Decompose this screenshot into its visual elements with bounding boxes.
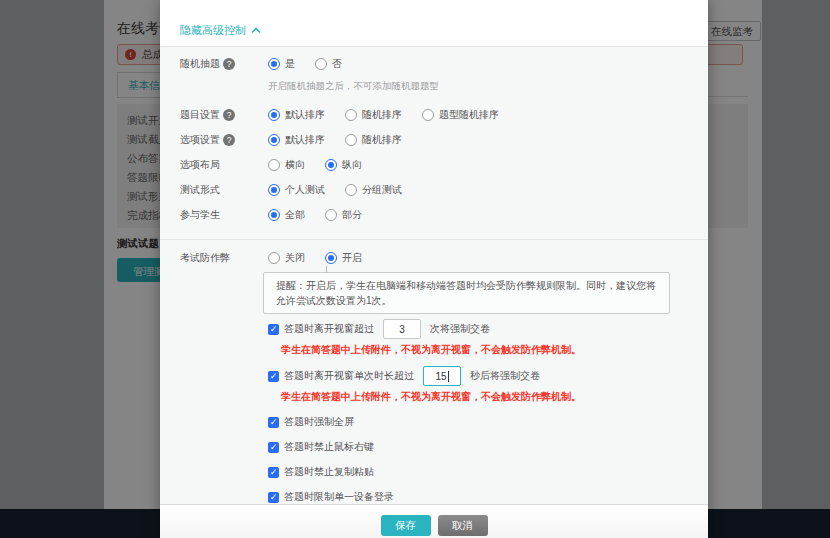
setting-label: 考试防作弊 [180,251,230,265]
setting-row-option-order: 选项设置 默认排序 随机排序 [180,127,688,152]
setting-row-participants: 参与学生 全部 部分 [180,202,688,227]
setting-label: 选项布局 [180,158,220,172]
general-settings-section: 随机抽题 是 否 开启随机抽题之后，不可添加随机题题型 题目设置 默认排序 随机… [160,47,708,240]
help-icon[interactable] [223,134,235,146]
checkbox-icon[interactable] [268,467,279,478]
text-caret [448,371,449,382]
setting-label: 题目设置 [180,108,220,122]
help-icon[interactable] [223,58,235,70]
modal-footer: 保存 取消 [160,504,708,538]
setting-row-option-layout: 选项布局 横向 纵向 [180,152,688,177]
radio-icon [325,159,337,171]
radio-option[interactable]: 随机排序 [345,108,402,122]
radio-icon [268,109,280,121]
radio-icon [345,184,357,196]
chevron-up-icon [251,27,261,34]
radio-option[interactable]: 默认排序 [268,108,325,122]
radio-icon [345,109,357,121]
page: 在线考试 在线监考 ! 总成 基本信息 测试开放 测试截止 公布答案 答题限时 … [0,0,830,538]
leave-count-note: 学生在简答题中上传附件，不视为离开视窗，不会触发防作弊机制。 [281,342,688,358]
radio-option[interactable]: 开启 [325,251,362,265]
checkbox-icon[interactable] [268,417,279,428]
setting-label: 选项设置 [180,133,220,147]
radio-icon [268,134,280,146]
radio-option[interactable]: 个人测试 [268,183,325,197]
radio-icon [315,58,327,70]
leave-count-input[interactable]: 3 [383,319,421,339]
check-leave-count: 答题时离开视窗超过 3 次将强制交卷 [268,319,688,339]
random-draw-hint: 开启随机抽题之后，不可添加随机题题型 [180,76,688,96]
radio-option[interactable]: 分组测试 [345,183,402,197]
radio-option[interactable]: 横向 [268,158,305,172]
radio-option[interactable]: 纵向 [325,158,362,172]
save-button[interactable]: 保存 [381,515,431,536]
radio-icon [325,252,337,264]
checkbox-icon[interactable] [268,442,279,453]
setting-row-test-mode: 测试形式 个人测试 分组测试 [180,177,688,202]
setting-row-question-order: 题目设置 默认排序 随机排序 题型随机排序 [180,102,688,127]
check-disable-right-click: 答题时禁止鼠标右键 [268,440,688,454]
radio-option[interactable]: 否 [315,57,342,71]
leave-duration-input[interactable]: 15 [423,366,461,386]
help-icon[interactable] [223,109,235,121]
radio-option[interactable]: 是 [268,57,295,71]
radio-icon [325,209,337,221]
setting-label: 随机抽题 [180,57,220,71]
check-single-device-login: 答题时限制单一设备登录 [268,490,688,504]
setting-row-random-draw: 随机抽题 是 否 [180,51,688,76]
radio-icon [268,209,280,221]
radio-option[interactable]: 默认排序 [268,133,325,147]
radio-icon [268,252,280,264]
modal-header: 隐藏高级控制 [160,0,708,47]
leave-duration-note: 学生在简答题中上传附件，不视为离开视窗，不会触发防作弊机制。 [281,389,688,405]
setting-label: 参与学生 [180,208,220,222]
radio-icon [345,134,357,146]
check-leave-duration: 答题时离开视窗单次时长超过 15 秒后将强制交卷 [268,366,688,386]
radio-icon [268,58,280,70]
radio-option[interactable]: 题型随机排序 [422,108,499,122]
cancel-button[interactable]: 取消 [438,515,488,536]
anti-cheat-tip: 提醒：开启后，学生在电脑端和移动端答题时均会受防作弊规则限制。同时，建议您将允许… [263,272,670,314]
radio-icon [268,184,280,196]
advanced-settings-modal: 隐藏高级控制 随机抽题 是 否 开启随机抽题之后，不可添加随机题题型 题 [160,0,708,538]
radio-option[interactable]: 随机排序 [345,133,402,147]
radio-icon [268,159,280,171]
checkbox-icon[interactable] [268,371,279,382]
checkbox-icon[interactable] [268,324,279,335]
check-disable-copy-paste: 答题时禁止复制粘贴 [268,465,688,479]
radio-icon [422,109,434,121]
hide-advanced-link[interactable]: 隐藏高级控制 [180,23,261,38]
radio-option[interactable]: 部分 [325,208,362,222]
radio-option[interactable]: 全部 [268,208,305,222]
anti-cheat-section: 考试防作弊 关闭 开启 提醒：开启后，学生在电脑端和移动端答题时均会受防作弊规则… [160,240,708,504]
check-force-fullscreen: 答题时强制全屏 [268,415,688,429]
radio-option[interactable]: 关闭 [268,251,305,265]
setting-label: 测试形式 [180,183,220,197]
setting-row-anti-cheat: 考试防作弊 关闭 开启 [180,245,688,270]
checkbox-icon[interactable] [268,492,279,503]
